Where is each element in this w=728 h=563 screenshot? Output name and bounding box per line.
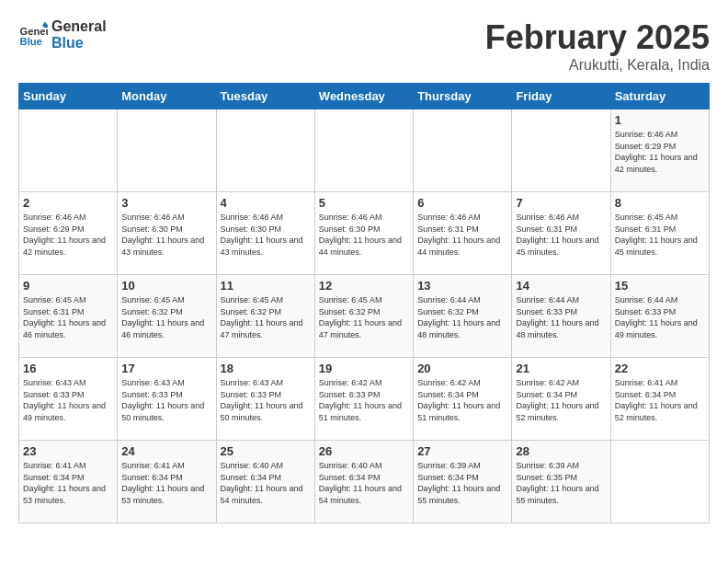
calendar-cell: 22Sunrise: 6:41 AM Sunset: 6:34 PM Dayli…	[610, 358, 709, 441]
day-number: 9	[23, 279, 113, 293]
day-info: Sunrise: 6:42 AM Sunset: 6:33 PM Dayligh…	[319, 377, 409, 423]
day-info: Sunrise: 6:44 AM Sunset: 6:32 PM Dayligh…	[417, 294, 507, 340]
calendar-cell: 18Sunrise: 6:43 AM Sunset: 6:33 PM Dayli…	[216, 358, 314, 441]
day-number: 26	[319, 444, 409, 458]
day-info: Sunrise: 6:45 AM Sunset: 6:32 PM Dayligh…	[221, 294, 311, 340]
day-number: 1	[615, 113, 705, 127]
day-number: 12	[319, 279, 409, 293]
day-info: Sunrise: 6:44 AM Sunset: 6:33 PM Dayligh…	[615, 294, 705, 340]
day-number: 18	[221, 362, 311, 375]
day-number: 16	[23, 362, 113, 375]
header-sunday: Sunday	[19, 84, 118, 109]
day-number: 15	[615, 279, 705, 293]
calendar-cell: 15Sunrise: 6:44 AM Sunset: 6:33 PM Dayli…	[610, 275, 709, 358]
calendar-cell	[216, 109, 314, 192]
day-info: Sunrise: 6:45 AM Sunset: 6:31 PM Dayligh…	[23, 294, 113, 340]
calendar-cell: 9Sunrise: 6:45 AM Sunset: 6:31 PM Daylig…	[19, 275, 118, 358]
calendar-cell	[512, 109, 610, 192]
day-number: 10	[121, 279, 211, 293]
day-info: Sunrise: 6:41 AM Sunset: 6:34 PM Dayligh…	[121, 460, 211, 506]
header-monday: Monday	[118, 84, 216, 109]
calendar-cell	[610, 441, 709, 523]
calendar-cell: 5Sunrise: 6:46 AM Sunset: 6:30 PM Daylig…	[314, 192, 413, 275]
weekday-header-row: Sunday Monday Tuesday Wednesday Thursday…	[19, 84, 710, 109]
day-number: 5	[319, 196, 409, 210]
day-info: Sunrise: 6:43 AM Sunset: 6:33 PM Dayligh…	[121, 377, 211, 423]
header-thursday: Thursday	[414, 84, 512, 109]
calendar-cell: 3Sunrise: 6:46 AM Sunset: 6:30 PM Daylig…	[118, 192, 216, 275]
day-number: 17	[121, 362, 211, 375]
day-info: Sunrise: 6:46 AM Sunset: 6:30 PM Dayligh…	[121, 212, 211, 258]
day-number: 21	[516, 362, 606, 375]
header-friday: Friday	[512, 84, 610, 109]
day-info: Sunrise: 6:46 AM Sunset: 6:30 PM Dayligh…	[221, 212, 311, 258]
day-info: Sunrise: 6:42 AM Sunset: 6:34 PM Dayligh…	[417, 377, 507, 423]
calendar-cell	[414, 109, 512, 192]
calendar-title: February 2025	[485, 18, 710, 57]
title-block: February 2025 Arukutti, Kerala, India	[485, 18, 710, 74]
calendar-cell: 4Sunrise: 6:46 AM Sunset: 6:30 PM Daylig…	[216, 192, 314, 275]
header-saturday: Saturday	[610, 84, 709, 109]
day-number: 19	[319, 362, 409, 375]
week-row-3: 9Sunrise: 6:45 AM Sunset: 6:31 PM Daylig…	[19, 275, 710, 358]
logo-text: GeneralBlue	[51, 18, 107, 52]
day-number: 13	[417, 279, 507, 293]
calendar-cell: 11Sunrise: 6:45 AM Sunset: 6:32 PM Dayli…	[216, 275, 314, 358]
calendar-cell: 19Sunrise: 6:42 AM Sunset: 6:33 PM Dayli…	[314, 358, 413, 441]
calendar-table: Sunday Monday Tuesday Wednesday Thursday…	[18, 83, 710, 523]
calendar-subtitle: Arukutti, Kerala, India	[485, 57, 710, 74]
day-info: Sunrise: 6:45 AM Sunset: 6:31 PM Dayligh…	[615, 212, 705, 258]
calendar-cell: 16Sunrise: 6:43 AM Sunset: 6:33 PM Dayli…	[19, 358, 118, 441]
calendar-cell	[19, 109, 118, 192]
calendar-cell: 17Sunrise: 6:43 AM Sunset: 6:33 PM Dayli…	[118, 358, 216, 441]
day-info: Sunrise: 6:45 AM Sunset: 6:32 PM Dayligh…	[319, 294, 409, 340]
day-number: 20	[417, 362, 507, 375]
day-info: Sunrise: 6:46 AM Sunset: 6:29 PM Dayligh…	[23, 212, 113, 258]
calendar-cell	[314, 109, 413, 192]
day-number: 22	[615, 362, 705, 375]
day-number: 11	[221, 279, 311, 293]
day-number: 3	[121, 196, 211, 210]
week-row-5: 23Sunrise: 6:41 AM Sunset: 6:34 PM Dayli…	[19, 441, 710, 523]
calendar-cell: 12Sunrise: 6:45 AM Sunset: 6:32 PM Dayli…	[314, 275, 413, 358]
calendar-cell: 10Sunrise: 6:45 AM Sunset: 6:32 PM Dayli…	[118, 275, 216, 358]
calendar-cell: 24Sunrise: 6:41 AM Sunset: 6:34 PM Dayli…	[118, 441, 216, 523]
calendar-cell: 23Sunrise: 6:41 AM Sunset: 6:34 PM Dayli…	[19, 441, 118, 523]
svg-text:Blue: Blue	[20, 36, 42, 47]
day-info: Sunrise: 6:46 AM Sunset: 6:31 PM Dayligh…	[516, 212, 606, 258]
calendar-cell: 28Sunrise: 6:39 AM Sunset: 6:35 PM Dayli…	[512, 441, 610, 523]
day-number: 14	[516, 279, 606, 293]
calendar-cell: 6Sunrise: 6:46 AM Sunset: 6:31 PM Daylig…	[414, 192, 512, 275]
day-info: Sunrise: 6:46 AM Sunset: 6:31 PM Dayligh…	[417, 212, 507, 258]
day-info: Sunrise: 6:42 AM Sunset: 6:34 PM Dayligh…	[516, 377, 606, 423]
day-number: 7	[516, 196, 606, 210]
day-info: Sunrise: 6:39 AM Sunset: 6:34 PM Dayligh…	[417, 460, 507, 506]
header-wednesday: Wednesday	[314, 84, 413, 109]
header-tuesday: Tuesday	[216, 84, 314, 109]
calendar-cell: 13Sunrise: 6:44 AM Sunset: 6:32 PM Dayli…	[414, 275, 512, 358]
week-row-2: 2Sunrise: 6:46 AM Sunset: 6:29 PM Daylig…	[19, 192, 710, 275]
calendar-cell: 20Sunrise: 6:42 AM Sunset: 6:34 PM Dayli…	[414, 358, 512, 441]
calendar-cell	[118, 109, 216, 192]
day-info: Sunrise: 6:44 AM Sunset: 6:33 PM Dayligh…	[516, 294, 606, 340]
day-info: Sunrise: 6:43 AM Sunset: 6:33 PM Dayligh…	[221, 377, 311, 423]
calendar-cell: 1Sunrise: 6:46 AM Sunset: 6:29 PM Daylig…	[610, 109, 709, 192]
day-info: Sunrise: 6:41 AM Sunset: 6:34 PM Dayligh…	[615, 377, 705, 423]
day-info: Sunrise: 6:39 AM Sunset: 6:35 PM Dayligh…	[516, 460, 606, 506]
calendar-cell: 21Sunrise: 6:42 AM Sunset: 6:34 PM Dayli…	[512, 358, 610, 441]
day-number: 8	[615, 196, 705, 210]
day-info: Sunrise: 6:46 AM Sunset: 6:29 PM Dayligh…	[615, 129, 705, 175]
week-row-1: 1Sunrise: 6:46 AM Sunset: 6:29 PM Daylig…	[19, 109, 710, 192]
day-info: Sunrise: 6:41 AM Sunset: 6:34 PM Dayligh…	[23, 460, 113, 506]
day-number: 25	[221, 444, 311, 458]
calendar-cell: 25Sunrise: 6:40 AM Sunset: 6:34 PM Dayli…	[216, 441, 314, 523]
day-number: 6	[417, 196, 507, 210]
day-number: 2	[23, 196, 113, 210]
calendar-cell: 2Sunrise: 6:46 AM Sunset: 6:29 PM Daylig…	[19, 192, 118, 275]
calendar-cell: 27Sunrise: 6:39 AM Sunset: 6:34 PM Dayli…	[414, 441, 512, 523]
day-info: Sunrise: 6:45 AM Sunset: 6:32 PM Dayligh…	[121, 294, 211, 340]
day-number: 27	[417, 444, 507, 458]
day-info: Sunrise: 6:46 AM Sunset: 6:30 PM Dayligh…	[319, 212, 409, 258]
calendar-cell: 14Sunrise: 6:44 AM Sunset: 6:33 PM Dayli…	[512, 275, 610, 358]
day-number: 23	[23, 444, 113, 458]
